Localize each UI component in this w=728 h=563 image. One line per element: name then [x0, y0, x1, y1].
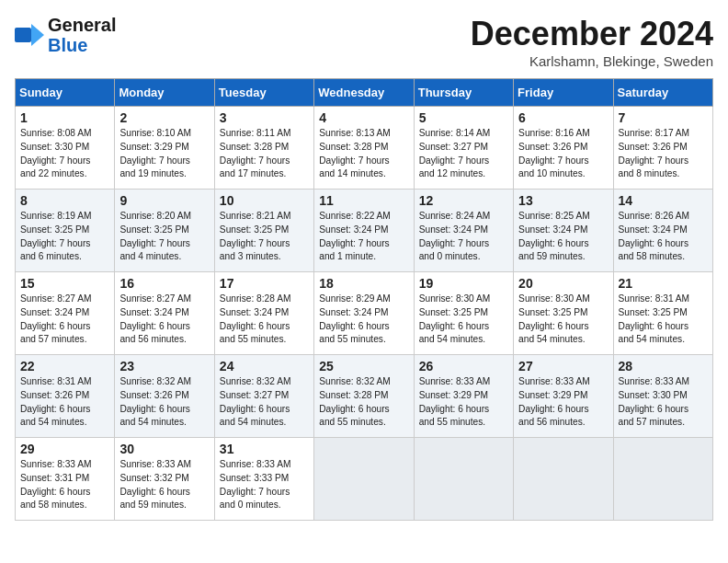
day-cell: 3Sunrise: 8:11 AM Sunset: 3:28 PM Daylig…: [214, 107, 313, 190]
day-number: 28: [619, 359, 708, 373]
calendar-body: 1Sunrise: 8:08 AM Sunset: 3:30 PM Daylig…: [16, 107, 713, 521]
day-number: 15: [20, 276, 109, 291]
day-cell: 4Sunrise: 8:13 AM Sunset: 3:28 PM Daylig…: [314, 107, 414, 190]
day-number: 1: [20, 110, 109, 125]
day-info: Sunrise: 8:33 AM Sunset: 3:32 PM Dayligh…: [119, 458, 209, 512]
day-number: 30: [119, 442, 209, 456]
day-info: Sunrise: 8:33 AM Sunset: 3:30 PM Dayligh…: [619, 375, 708, 430]
day-cell: 16Sunrise: 8:27 AM Sunset: 3:24 PM Dayli…: [115, 272, 214, 355]
day-number: 22: [20, 359, 109, 373]
day-number: 18: [319, 276, 408, 291]
day-number: 7: [619, 110, 708, 125]
header-cell-friday: Friday: [514, 79, 613, 107]
day-cell: 31Sunrise: 8:33 AM Sunset: 3:33 PM Dayli…: [214, 438, 313, 521]
day-info: Sunrise: 8:29 AM Sunset: 3:24 PM Dayligh…: [319, 293, 408, 347]
day-number: 5: [419, 110, 508, 125]
day-cell: 24Sunrise: 8:32 AM Sunset: 3:27 PM Dayli…: [214, 355, 313, 438]
title-area: December 2024 Karlshamn, Blekinge, Swede…: [471, 15, 713, 69]
week-row-3: 15Sunrise: 8:27 AM Sunset: 3:24 PM Dayli…: [16, 272, 713, 355]
day-cell: 6Sunrise: 8:16 AM Sunset: 3:26 PM Daylig…: [514, 107, 613, 190]
logo-line2: Blue: [48, 35, 116, 55]
day-info: Sunrise: 8:08 AM Sunset: 3:30 PM Dayligh…: [20, 127, 109, 181]
day-cell: 2Sunrise: 8:10 AM Sunset: 3:29 PM Daylig…: [115, 107, 214, 190]
day-info: Sunrise: 8:30 AM Sunset: 3:25 PM Dayligh…: [518, 293, 608, 347]
calendar-title: December 2024: [471, 15, 713, 53]
day-number: 6: [518, 110, 608, 125]
logo: General Blue: [15, 15, 116, 55]
day-number: 29: [20, 442, 109, 456]
day-number: 12: [419, 193, 508, 208]
day-info: Sunrise: 8:30 AM Sunset: 3:25 PM Dayligh…: [419, 293, 508, 347]
day-number: 19: [419, 276, 508, 291]
day-info: Sunrise: 8:22 AM Sunset: 3:24 PM Dayligh…: [319, 210, 408, 264]
day-number: 24: [220, 359, 309, 373]
day-number: 26: [419, 359, 508, 373]
day-number: 9: [119, 193, 209, 208]
day-number: 4: [319, 110, 408, 125]
header-cell-monday: Monday: [115, 79, 214, 107]
day-cell: 20Sunrise: 8:30 AM Sunset: 3:25 PM Dayli…: [514, 272, 613, 355]
day-info: Sunrise: 8:11 AM Sunset: 3:28 PM Dayligh…: [220, 127, 309, 181]
day-cell: 11Sunrise: 8:22 AM Sunset: 3:24 PM Dayli…: [314, 190, 414, 272]
day-info: Sunrise: 8:13 AM Sunset: 3:28 PM Dayligh…: [319, 127, 408, 181]
logo-line1: General: [48, 15, 116, 35]
day-cell: 29Sunrise: 8:33 AM Sunset: 3:31 PM Dayli…: [16, 438, 115, 521]
day-cell: 30Sunrise: 8:33 AM Sunset: 3:32 PM Dayli…: [115, 438, 214, 521]
day-cell: 12Sunrise: 8:24 AM Sunset: 3:24 PM Dayli…: [414, 190, 513, 272]
header-cell-sunday: Sunday: [16, 79, 115, 107]
day-cell: 18Sunrise: 8:29 AM Sunset: 3:24 PM Dayli…: [314, 272, 414, 355]
day-cell: 14Sunrise: 8:26 AM Sunset: 3:24 PM Dayli…: [613, 190, 712, 272]
day-cell: [414, 438, 513, 521]
day-cell: 27Sunrise: 8:33 AM Sunset: 3:29 PM Dayli…: [514, 355, 613, 438]
day-number: 3: [220, 110, 309, 125]
day-cell: 1Sunrise: 8:08 AM Sunset: 3:30 PM Daylig…: [16, 107, 115, 190]
header-cell-tuesday: Tuesday: [214, 79, 313, 107]
day-number: 16: [119, 276, 209, 291]
day-number: 23: [119, 359, 209, 373]
day-cell: 17Sunrise: 8:28 AM Sunset: 3:24 PM Dayli…: [214, 272, 313, 355]
day-info: Sunrise: 8:16 AM Sunset: 3:26 PM Dayligh…: [518, 127, 608, 181]
week-row-4: 22Sunrise: 8:31 AM Sunset: 3:26 PM Dayli…: [16, 355, 713, 438]
day-info: Sunrise: 8:27 AM Sunset: 3:24 PM Dayligh…: [20, 293, 109, 347]
day-info: Sunrise: 8:24 AM Sunset: 3:24 PM Dayligh…: [419, 210, 508, 264]
day-cell: [314, 438, 414, 521]
day-cell: 10Sunrise: 8:21 AM Sunset: 3:25 PM Dayli…: [214, 190, 313, 272]
day-number: 11: [319, 193, 408, 208]
day-number: 21: [619, 276, 708, 291]
day-cell: 25Sunrise: 8:32 AM Sunset: 3:28 PM Dayli…: [314, 355, 414, 438]
calendar-header-row: SundayMondayTuesdayWednesdayThursdayFrid…: [16, 79, 713, 107]
day-info: Sunrise: 8:33 AM Sunset: 3:29 PM Dayligh…: [518, 375, 608, 430]
day-info: Sunrise: 8:17 AM Sunset: 3:26 PM Dayligh…: [619, 127, 708, 181]
svg-marker-1: [31, 24, 44, 46]
day-info: Sunrise: 8:32 AM Sunset: 3:28 PM Dayligh…: [319, 375, 408, 430]
day-number: 2: [119, 110, 209, 125]
day-number: 13: [518, 193, 608, 208]
day-info: Sunrise: 8:32 AM Sunset: 3:27 PM Dayligh…: [220, 375, 309, 430]
day-info: Sunrise: 8:33 AM Sunset: 3:33 PM Dayligh…: [220, 458, 309, 512]
day-number: 25: [319, 359, 408, 373]
day-info: Sunrise: 8:20 AM Sunset: 3:25 PM Dayligh…: [119, 210, 209, 264]
day-cell: 23Sunrise: 8:32 AM Sunset: 3:26 PM Dayli…: [115, 355, 214, 438]
header-cell-saturday: Saturday: [613, 79, 712, 107]
week-row-2: 8Sunrise: 8:19 AM Sunset: 3:25 PM Daylig…: [16, 190, 713, 272]
day-info: Sunrise: 8:33 AM Sunset: 3:31 PM Dayligh…: [20, 458, 109, 512]
calendar-table: SundayMondayTuesdayWednesdayThursdayFrid…: [15, 78, 713, 521]
day-info: Sunrise: 8:31 AM Sunset: 3:25 PM Dayligh…: [619, 293, 708, 347]
day-number: 14: [619, 193, 708, 208]
day-cell: 21Sunrise: 8:31 AM Sunset: 3:25 PM Dayli…: [613, 272, 712, 355]
day-number: 31: [220, 442, 309, 456]
day-number: 17: [220, 276, 309, 291]
day-info: Sunrise: 8:27 AM Sunset: 3:24 PM Dayligh…: [119, 293, 209, 347]
day-number: 8: [20, 193, 109, 208]
day-number: 10: [220, 193, 309, 208]
day-cell: [613, 438, 712, 521]
header: General Blue December 2024 Karlshamn, Bl…: [15, 15, 713, 69]
day-info: Sunrise: 8:14 AM Sunset: 3:27 PM Dayligh…: [419, 127, 508, 181]
logo-icon: [15, 20, 44, 50]
day-cell: [514, 438, 613, 521]
day-cell: 19Sunrise: 8:30 AM Sunset: 3:25 PM Dayli…: [414, 272, 513, 355]
header-cell-thursday: Thursday: [414, 79, 513, 107]
day-cell: 26Sunrise: 8:33 AM Sunset: 3:29 PM Dayli…: [414, 355, 513, 438]
day-cell: 13Sunrise: 8:25 AM Sunset: 3:24 PM Dayli…: [514, 190, 613, 272]
day-cell: 8Sunrise: 8:19 AM Sunset: 3:25 PM Daylig…: [16, 190, 115, 272]
